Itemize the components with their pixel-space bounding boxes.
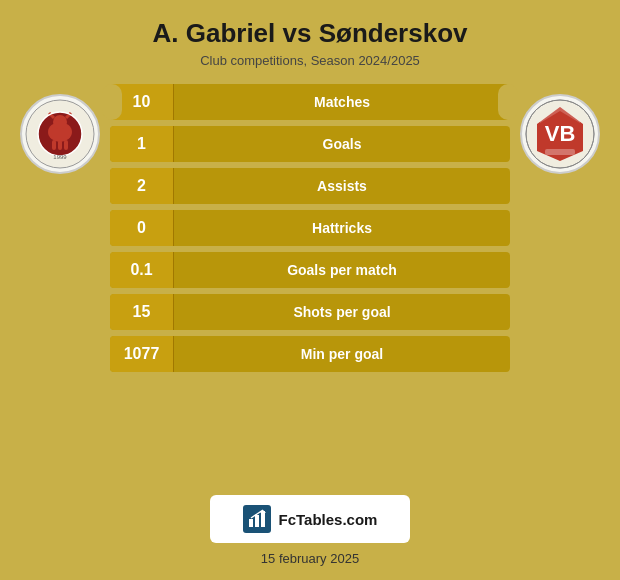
fctables-banner[interactable]: FcTables.com (210, 495, 410, 543)
stat-label-min-per-goal: Min per goal (174, 346, 510, 362)
stat-row-shots-per-goal: 15 Shots per goal (110, 294, 510, 330)
svg-rect-17 (249, 519, 253, 527)
header: A. Gabriel vs Sønderskov Club competitio… (0, 0, 620, 74)
left-team-logo: 1999 (20, 94, 100, 174)
match-subtitle: Club competitions, Season 2024/2025 (20, 53, 600, 68)
stat-value-assists: 2 (110, 168, 174, 204)
svg-rect-15 (545, 149, 575, 155)
stat-value-goals: 1 (110, 126, 174, 162)
fctables-icon (243, 505, 271, 533)
stat-label-hattricks: Hattricks (174, 220, 510, 236)
main-container: A. Gabriel vs Sønderskov Club competitio… (0, 0, 620, 580)
stat-value-hattricks: 0 (110, 210, 174, 246)
stat-label-assists: Assists (174, 178, 510, 194)
main-area: 1999 10 Matches 1 Goals 2 Assists (0, 74, 620, 483)
stat-label-goals-per-match: Goals per match (174, 262, 510, 278)
fctables-label: FcTables.com (279, 511, 378, 528)
stat-label-goals: Goals (174, 136, 510, 152)
stat-matches-wrapper: 10 Matches (110, 84, 510, 120)
oval-right-decoration (498, 84, 518, 120)
svg-rect-19 (261, 511, 265, 527)
stat-label-shots-per-goal: Shots per goal (174, 304, 510, 320)
svg-point-3 (53, 115, 67, 129)
stat-row-goals-per-match: 0.1 Goals per match (110, 252, 510, 288)
stat-row-min-per-goal: 1077 Min per goal (110, 336, 510, 372)
stat-row-hattricks: 0 Hattricks (110, 210, 510, 246)
svg-rect-18 (255, 515, 259, 527)
stat-value-shots-per-goal: 15 (110, 294, 174, 330)
svg-text:VB: VB (545, 121, 576, 146)
stat-row-matches: 10 Matches (110, 84, 510, 120)
right-team-logo: VB (520, 94, 600, 174)
svg-rect-6 (52, 140, 56, 150)
stat-label-matches: Matches (174, 94, 510, 110)
stats-column: 10 Matches 1 Goals 2 Assists 0 Hattricks… (110, 84, 510, 372)
stat-row-assists: 2 Assists (110, 168, 510, 204)
svg-rect-7 (58, 140, 62, 150)
svg-rect-8 (64, 140, 68, 150)
stat-value-min-per-goal: 1077 (110, 336, 174, 372)
left-team-badge: 1999 (10, 84, 110, 174)
oval-left-decoration (102, 84, 122, 120)
footer-date: 15 february 2025 (261, 551, 359, 566)
svg-text:1999: 1999 (53, 154, 67, 160)
match-title: A. Gabriel vs Sønderskov (20, 18, 600, 49)
stat-row-goals: 1 Goals (110, 126, 510, 162)
right-team-badge: VB (510, 84, 610, 174)
stat-value-goals-per-match: 0.1 (110, 252, 174, 288)
